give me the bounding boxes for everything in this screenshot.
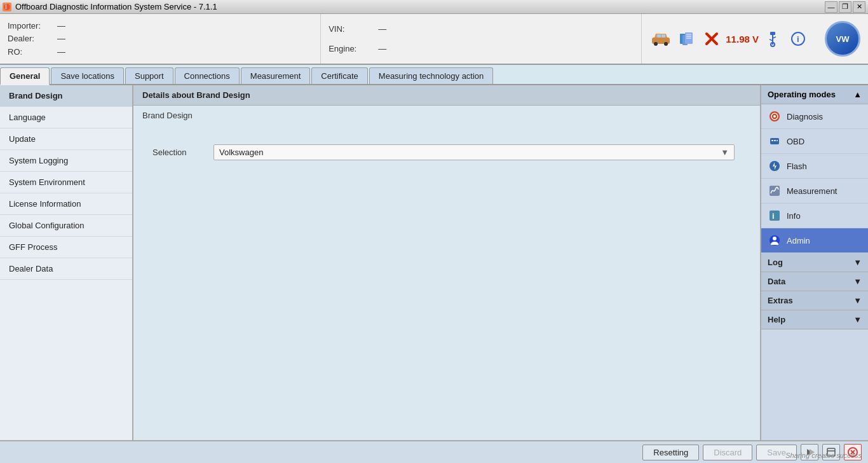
car-icon[interactable] (649, 27, 672, 50)
diagnosis-icon (768, 109, 782, 123)
app-icon: i (3, 3, 11, 11)
extras-section: Extras ▼ (761, 291, 868, 310)
engine-value: — (378, 44, 386, 53)
data-label: Data (768, 277, 785, 286)
log-section-header[interactable]: Log ▼ (761, 253, 868, 272)
tab-connections[interactable]: Connections (175, 67, 240, 84)
sidebar-item-language[interactable]: Language (0, 107, 132, 128)
disconnect-icon[interactable] (700, 27, 723, 50)
collapse-icon[interactable]: ▲ (853, 90, 862, 99)
sidebar-item-dealer-data[interactable]: Dealer Data (0, 258, 132, 280)
admin-button[interactable]: Admin (761, 228, 868, 253)
dropdown-value: Volkswagen (219, 148, 263, 157)
svg-point-25 (773, 115, 776, 118)
svg-rect-16 (770, 32, 775, 35)
content-area: Details about Brand Design Brand Design … (133, 85, 760, 440)
title-bar-left: i Offboard Diagnostic Information System… (3, 2, 217, 11)
info-button[interactable]: i Info (761, 204, 868, 228)
measurement-button[interactable]: Measurement (761, 179, 868, 204)
tabs-bar: General Save locations Support Connectio… (0, 65, 868, 85)
vin-label: VIN: (329, 24, 373, 34)
data-section-header[interactable]: Data ▼ (761, 272, 868, 291)
vw-logo: VW (825, 21, 860, 57)
svg-point-5 (664, 42, 668, 46)
diagnosis-button[interactable]: Diagnosis (761, 104, 868, 129)
voltage-display: 11.98 V (726, 34, 759, 45)
discard-button[interactable]: Discard (703, 445, 752, 460)
engine-label: Engine: (329, 44, 373, 53)
sidebar-item-license-information[interactable]: License Information (0, 193, 132, 215)
right-panel: Operating modes ▲ Diagnosis OBD (760, 85, 868, 440)
vw-logo-area: VW (817, 14, 868, 64)
ro-row: RO: — (8, 47, 313, 57)
data-collapse-icon: ▼ (853, 277, 862, 286)
extras-collapse-icon: ▼ (853, 296, 862, 305)
help-label: Help (768, 315, 785, 324)
title-bar: i Offboard Diagnostic Information System… (0, 0, 868, 14)
sidebar-item-brand-design[interactable]: Brand Design (0, 85, 132, 107)
importer-dealer-ro-section: Importer: — Dealer: — RO: — (0, 14, 321, 64)
help-section: Help ▼ (761, 310, 868, 329)
tab-certificate[interactable]: Certificate (311, 67, 368, 84)
info-label: Info (787, 211, 801, 221)
right-panel-buttons: Diagnosis OBD Flash Measur (761, 104, 868, 440)
selection-row: Selection Volkswagen ▼ (153, 144, 741, 160)
books-icon[interactable] (675, 27, 698, 50)
tab-measurement[interactable]: Measurement (241, 67, 310, 84)
title-bar-controls: — ❐ ✕ (825, 1, 865, 13)
svg-point-36 (773, 237, 776, 240)
sidebar-item-system-environment[interactable]: System Environment (0, 172, 132, 193)
close-button[interactable]: ✕ (853, 1, 865, 13)
sidebar-item-global-configuration[interactable]: Global Configuration (0, 215, 132, 237)
tab-save-locations[interactable]: Save locations (51, 67, 124, 84)
help-collapse-icon: ▼ (853, 315, 862, 324)
help-section-header[interactable]: Help ▼ (761, 310, 868, 329)
engine-row: Engine: — (329, 44, 634, 53)
measurement-icon (768, 184, 782, 198)
top-icon-section: 11.98 V i (642, 14, 817, 64)
dealer-value: — (57, 34, 65, 43)
obd-button[interactable]: OBD (761, 129, 868, 154)
importer-value: — (57, 21, 65, 31)
svg-text:i: i (772, 211, 775, 221)
tab-support[interactable]: Support (125, 67, 173, 84)
admin-icon (768, 233, 782, 247)
svg-text:i: i (5, 3, 7, 11)
dealer-row: Dealer: — (8, 34, 313, 43)
sidebar-item-update[interactable]: Update (0, 128, 132, 150)
svg-text:i: i (797, 34, 799, 44)
svg-rect-7 (661, 34, 665, 38)
log-label: Log (768, 258, 783, 267)
dealer-label: Dealer: (8, 34, 52, 43)
svg-rect-33 (770, 211, 780, 221)
flash-button[interactable]: Flash (761, 154, 868, 179)
tab-general[interactable]: General (0, 67, 50, 85)
maximize-button[interactable]: ❐ (839, 1, 851, 13)
svg-rect-29 (776, 140, 778, 141)
measurement-label: Measurement (787, 186, 837, 196)
sidebar-item-system-logging[interactable]: System Logging (0, 150, 132, 172)
left-sidebar: Brand Design Language Update System Logg… (0, 85, 133, 440)
chevron-down-icon: ▼ (721, 148, 729, 157)
right-panel-header: Operating modes ▲ (761, 85, 868, 104)
diagnosis-label: Diagnosis (787, 112, 823, 121)
info-btn-icon: i (768, 209, 782, 223)
info-icon[interactable]: i (787, 27, 810, 50)
top-info-bar: Importer: — Dealer: — RO: — VIN: — Engin… (0, 14, 868, 65)
admin-label: Admin (787, 236, 810, 245)
vin-row: VIN: — (329, 24, 634, 34)
importer-label: Importer: (8, 21, 52, 31)
importer-row: Importer: — (8, 21, 313, 31)
sidebar-item-gff-process[interactable]: GFF Process (0, 237, 132, 258)
window-title: Offboard Diagnostic Information System S… (15, 2, 217, 11)
resetting-button[interactable]: Resetting (642, 445, 699, 460)
extras-label: Extras (768, 296, 793, 305)
svg-rect-28 (774, 140, 776, 141)
minimize-button[interactable]: — (825, 1, 837, 13)
ro-value: — (57, 47, 65, 57)
tab-measuring-tech[interactable]: Measuring technology action (369, 67, 494, 84)
svg-point-4 (654, 42, 658, 46)
extras-section-header[interactable]: Extras ▼ (761, 291, 868, 310)
usb-icon[interactable] (761, 27, 784, 50)
brand-design-dropdown[interactable]: Volkswagen ▼ (214, 144, 735, 160)
